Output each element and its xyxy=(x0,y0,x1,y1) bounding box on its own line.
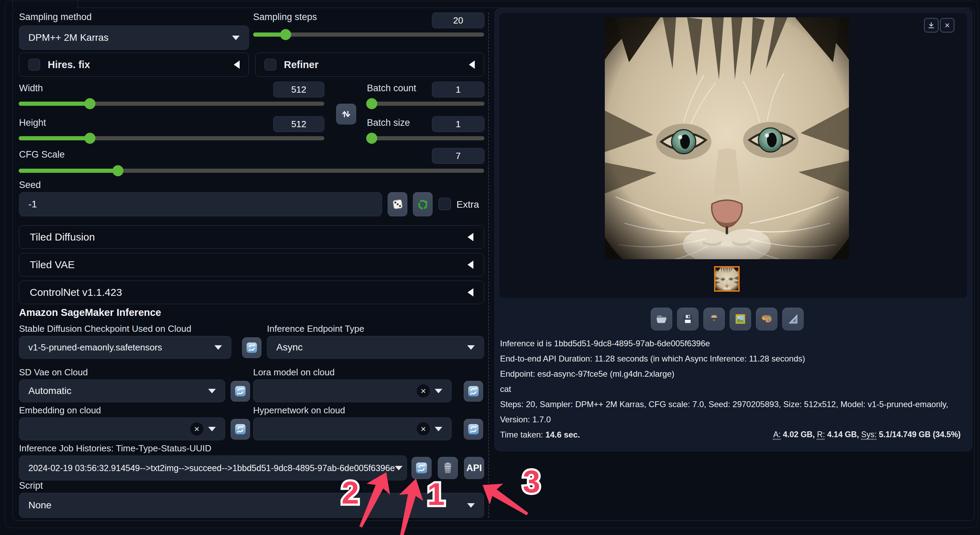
batch-size-label: Batch size xyxy=(367,117,410,128)
collapse-arrow-icon xyxy=(468,233,473,241)
refresh-embedding-button[interactable] xyxy=(231,419,250,440)
batch-size-slider-handle[interactable] xyxy=(366,133,377,144)
hires-fix-accordion[interactable]: Hires. fix xyxy=(19,52,249,77)
hypernetwork-dropdown[interactable]: × xyxy=(253,418,452,440)
api-duration-line: End-to-end API Duration: 11.28 seconds (… xyxy=(500,351,961,366)
lora-label: Lora model on cloud xyxy=(253,367,335,378)
extra-seed-checkbox[interactable] xyxy=(439,198,451,210)
tiled-vae-label: Tiled VAE xyxy=(30,259,75,271)
open-folder-icon xyxy=(655,313,668,325)
sampling-steps-slider-handle[interactable] xyxy=(280,29,291,40)
generated-image[interactable] xyxy=(605,17,849,259)
cfg-scale-slider-fill xyxy=(19,169,118,173)
ruler-tool-button[interactable] xyxy=(782,308,803,330)
api-button[interactable]: API xyxy=(464,457,484,479)
checkpoint-dropdown[interactable]: v1-5-pruned-emaonly.safetensors xyxy=(19,336,231,359)
chevron-down-icon xyxy=(208,427,216,431)
mem-sys-label: Sys: xyxy=(861,430,877,439)
cat-image xyxy=(605,17,849,259)
mem-a-value: 4.02 GB, xyxy=(781,430,817,439)
height-slider-fill xyxy=(19,136,90,140)
chevron-down-icon xyxy=(215,345,222,350)
sd-vae-label: SD Vae on Cloud xyxy=(19,367,88,378)
refiner-accordion[interactable]: Refiner xyxy=(255,52,484,77)
sampling-steps-label: Sampling steps xyxy=(253,12,317,22)
job-histories-label: Inference Job Histories: Time-Type-Statu… xyxy=(19,443,211,454)
width-slider-fill xyxy=(19,102,90,106)
batch-count-slider-handle[interactable] xyxy=(366,98,377,109)
framed-picture-icon xyxy=(734,313,747,325)
send-to-extras-button[interactable] xyxy=(756,308,777,330)
triangle-ruler-icon xyxy=(786,313,800,325)
checkpoint-label: Stable Diffusion Checkpoint Used on Clou… xyxy=(19,324,191,334)
refresh-vae-button[interactable] xyxy=(231,381,250,402)
chevron-down-icon xyxy=(467,503,475,508)
time-taken-label: Time taken: xyxy=(500,430,545,439)
extra-seed-label: Extra xyxy=(457,199,479,210)
inference-info-text: Inference id is 1bbd5d51-9dc8-4895-97ab-… xyxy=(500,336,961,427)
sd-vae-dropdown[interactable]: Automatic xyxy=(19,379,225,402)
close-image-button[interactable]: × xyxy=(940,18,955,32)
clear-icon[interactable]: × xyxy=(417,422,430,435)
mem-r-value: 4.14 GB, xyxy=(825,430,861,439)
height-input[interactable]: 512 xyxy=(273,116,325,132)
refresh-lora-button[interactable] xyxy=(464,381,483,402)
refresh-checkpoint-button[interactable] xyxy=(242,337,261,358)
controlnet-label: ControlNet v1.1.423 xyxy=(30,286,122,298)
embedding-dropdown[interactable]: × xyxy=(19,418,225,440)
sampling-steps-input[interactable]: 20 xyxy=(432,13,484,29)
cfg-scale-slider-handle[interactable] xyxy=(112,165,123,176)
prompt-line: cat xyxy=(500,381,961,397)
collapse-arrow-icon xyxy=(468,260,473,269)
width-input[interactable]: 512 xyxy=(273,82,325,97)
tiled-diffusion-label: Tiled Diffusion xyxy=(30,231,95,243)
refiner-label: Refiner xyxy=(284,59,318,70)
swap-dimensions-button[interactable] xyxy=(336,104,356,124)
download-image-button[interactable] xyxy=(924,18,939,32)
endpoint-type-value: Async xyxy=(276,342,302,353)
embedding-label: Embedding on cloud xyxy=(19,405,101,416)
reuse-seed-button[interactable] xyxy=(413,192,433,216)
stable-diffusion-webui: Sampling method DPM++ 2M Karras Sampling… xyxy=(0,0,980,535)
cat-thumbnail-image xyxy=(716,268,738,290)
height-slider-handle[interactable] xyxy=(84,133,95,144)
sampling-method-dropdown[interactable]: DPM++ 2M Karras xyxy=(19,25,249,50)
height-label: Height xyxy=(19,117,46,128)
controlnet-accordion[interactable]: ControlNet v1.1.423 xyxy=(19,281,484,304)
checkpoint-value: v1-5-pruned-emaonly.safetensors xyxy=(29,342,162,353)
refiner-checkbox[interactable] xyxy=(264,59,276,70)
tiled-diffusion-accordion[interactable]: Tiled Diffusion xyxy=(19,225,484,249)
open-folder-button[interactable] xyxy=(651,308,672,330)
batch-count-input[interactable]: 1 xyxy=(432,82,484,97)
cfg-scale-input[interactable]: 7 xyxy=(432,148,484,164)
tiled-vae-accordion[interactable]: Tiled VAE xyxy=(19,253,484,276)
dice-icon xyxy=(391,197,404,211)
save-zip-button[interactable] xyxy=(703,308,725,330)
clear-icon[interactable]: × xyxy=(190,422,203,435)
seed-value: -1 xyxy=(29,199,37,210)
batch-size-slider[interactable] xyxy=(367,136,484,140)
endpoint-type-dropdown[interactable]: Async xyxy=(267,336,484,359)
swap-vertical-icon xyxy=(340,108,352,120)
send-to-img2img-button[interactable] xyxy=(730,308,751,330)
endpoint-line: Endpoint: esd-async-97fce5e (ml.g4dn.2xl… xyxy=(500,366,961,381)
save-icon xyxy=(681,313,694,325)
clear-icon[interactable]: × xyxy=(417,384,430,397)
width-slider-handle[interactable] xyxy=(84,98,95,109)
mem-sys-value: 5.1/14.749 GB (34.5%) xyxy=(877,430,961,439)
column-separator xyxy=(488,13,489,518)
hypernetwork-label: Hypernetwork on cloud xyxy=(253,405,345,416)
hires-fix-checkbox[interactable] xyxy=(29,59,40,70)
cfg-scale-label: CFG Scale xyxy=(19,149,65,160)
batch-count-slider[interactable] xyxy=(367,102,484,106)
tab-edge-right xyxy=(78,0,78,8)
seed-input[interactable]: -1 xyxy=(19,192,382,216)
gallery-thumbnail-selected[interactable] xyxy=(714,266,740,292)
random-seed-button[interactable] xyxy=(388,192,407,216)
save-image-button[interactable] xyxy=(677,308,698,330)
refresh-hypernetwork-button[interactable] xyxy=(464,419,483,440)
batch-size-input[interactable]: 1 xyxy=(432,116,484,132)
hires-fix-label: Hires. fix xyxy=(48,59,90,70)
trash-icon xyxy=(441,461,454,475)
lora-dropdown[interactable]: × xyxy=(253,379,452,402)
